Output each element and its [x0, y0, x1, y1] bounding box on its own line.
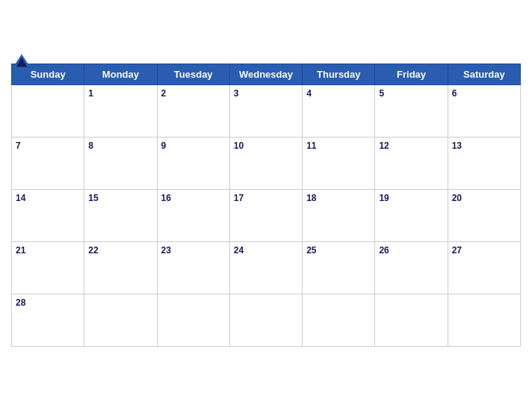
day-number: 24: [234, 245, 298, 256]
calendar-cell: [375, 294, 448, 347]
calendar-cell: 10: [229, 137, 302, 190]
calendar-cell: [303, 294, 375, 347]
day-number: 22: [88, 245, 152, 256]
day-number: 11: [306, 140, 371, 151]
calendar-cell: 16: [157, 190, 229, 242]
calendar-cell: 5: [375, 85, 448, 137]
calendar-cell: 27: [448, 242, 520, 294]
day-number: 8: [88, 140, 152, 151]
header-wednesday: Wednesday: [229, 64, 302, 85]
day-number: 10: [234, 140, 298, 151]
calendar-cell: 4: [303, 85, 375, 137]
calendar-cell: 12: [375, 137, 448, 190]
header-friday: Friday: [375, 64, 448, 85]
calendar-cell: 15: [84, 190, 157, 242]
calendar-cell: 3: [229, 85, 302, 137]
calendar-cell: 17: [229, 190, 302, 242]
week-row-5: 28: [12, 294, 521, 347]
logo: [11, 53, 32, 68]
calendar-cell: 19: [375, 190, 448, 242]
calendar-cell: 26: [375, 242, 448, 294]
day-number: 17: [234, 193, 298, 203]
header-thursday: Thursday: [303, 64, 375, 85]
day-number: 15: [88, 193, 152, 203]
calendar-cell: 23: [157, 242, 229, 294]
calendar-cell: [12, 85, 84, 137]
calendar-cell: [229, 294, 302, 347]
day-number: 1: [88, 88, 152, 99]
week-row-1: 123456: [12, 85, 521, 137]
day-number: 28: [16, 297, 80, 308]
day-number: 12: [379, 140, 443, 151]
logo-icon: [11, 53, 32, 68]
calendar-cell: [84, 294, 157, 347]
day-number: 13: [452, 140, 516, 151]
calendar-cell: 9: [157, 137, 229, 190]
calendar-cell: 22: [84, 242, 157, 294]
header-saturday: Saturday: [448, 64, 520, 85]
calendar-cell: 25: [303, 242, 375, 294]
calendar-cell: 28: [12, 294, 84, 347]
calendar-cell: 8: [84, 137, 157, 190]
calendar-cell: 1: [84, 85, 157, 137]
day-number: 9: [161, 140, 226, 151]
day-number: 21: [16, 245, 80, 256]
calendar-cell: 14: [12, 190, 84, 242]
day-number: 19: [379, 193, 443, 203]
calendar-table: Sunday Monday Tuesday Wednesday Thursday…: [11, 64, 521, 347]
calendar-cell: 11: [303, 137, 375, 190]
day-number: 25: [306, 245, 371, 256]
calendar-cell: 20: [448, 190, 520, 242]
calendar-cell: 24: [229, 242, 302, 294]
day-number: 26: [379, 245, 443, 256]
day-number: 2: [161, 88, 226, 99]
day-number: 20: [452, 193, 516, 203]
calendar-cell: 6: [448, 85, 520, 137]
days-header-row: Sunday Monday Tuesday Wednesday Thursday…: [12, 64, 521, 85]
day-number: 18: [306, 193, 371, 203]
week-row-4: 21222324252627: [12, 242, 521, 294]
day-number: 5: [379, 88, 443, 99]
week-row-3: 14151617181920: [12, 190, 521, 242]
day-number: 4: [306, 88, 371, 99]
calendar-cell: [157, 294, 229, 347]
header-monday: Monday: [84, 64, 157, 85]
day-number: 23: [161, 245, 226, 256]
calendar: Sunday Monday Tuesday Wednesday Thursday…: [0, 53, 532, 358]
day-number: 14: [16, 193, 80, 203]
week-row-2: 78910111213: [12, 137, 521, 190]
calendar-cell: [448, 294, 520, 347]
calendar-cell: 18: [303, 190, 375, 242]
day-number: 6: [452, 88, 516, 99]
calendar-cell: 7: [12, 137, 84, 190]
calendar-cell: 21: [12, 242, 84, 294]
day-number: 3: [234, 88, 298, 99]
day-number: 16: [161, 193, 226, 203]
calendar-cell: 13: [448, 137, 520, 190]
day-number: 7: [16, 140, 80, 151]
header-tuesday: Tuesday: [157, 64, 229, 85]
calendar-cell: 2: [157, 85, 229, 137]
day-number: 27: [452, 245, 516, 256]
